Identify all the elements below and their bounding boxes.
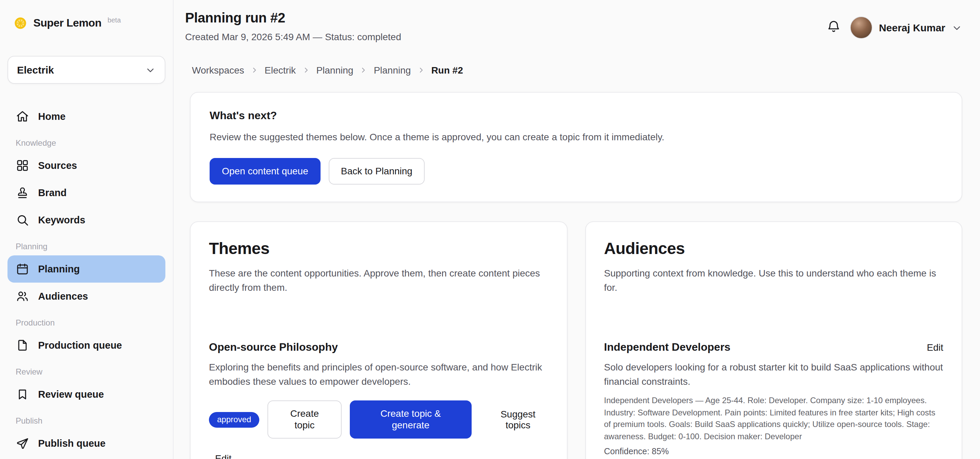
whats-next-card: What's next? Review the suggested themes… [190,92,962,202]
theme-description: Exploring the benefits and principles of… [209,360,548,389]
sidebar-section-review: Review [8,359,165,381]
sidebar-item-label: Brand [38,187,67,198]
audiences-description: Supporting context from knowledge. Use t… [604,266,943,295]
sidebar-item-planning[interactable]: Planning [8,255,165,283]
sidebar-item-label: Sources [38,160,77,171]
themes-description: These are the content opportunities. App… [209,266,548,295]
themes-title: Themes [209,239,548,258]
sidebar-section-production: Production [8,310,165,332]
sidebar-item-keywords[interactable]: Keywords [8,206,165,234]
suggest-topics-button[interactable]: Suggest topics [488,409,548,430]
chevron-down-icon [145,64,156,75]
whats-next-description: Review the suggested themes below. Once … [210,130,943,144]
themes-card: Themes These are the content opportuniti… [190,222,567,459]
sidebar-item-label: Review queue [38,389,104,400]
app-window: Super Lemon beta Electrik Home Knowledge [0,0,980,459]
sidebar-item-production-queue[interactable]: Production queue [8,332,165,359]
audience-header: Independent Developers Edit [604,341,943,354]
user-menu[interactable]: Neeraj Kumar [850,16,962,39]
chevron-right-icon [250,66,259,74]
app-logo: Super Lemon beta [8,15,165,35]
edit-audience-button[interactable]: Edit [927,342,943,353]
sidebar-item-label: Publish queue [38,438,105,449]
workspace-name: Electrik [17,64,54,76]
sidebar-nav: Home Knowledge Sources Brand Keywords [8,103,165,457]
create-topic-button[interactable]: Create topic [267,400,342,438]
sidebar-item-label: Production queue [38,340,122,351]
top-bar: Planning run #2 Created Mar 9, 2026 5:49… [173,0,980,42]
theme-edit-row: Edit [209,452,548,459]
audience-summary: Solo developers looking for a robust sta… [604,360,943,389]
breadcrumb: Workspaces Electrik Planning Planning Ru… [192,65,962,76]
chevron-right-icon [302,66,310,74]
sidebar-item-label: Home [38,111,66,122]
chevron-right-icon [417,66,425,74]
audiences-title: Audiences [604,239,943,258]
breadcrumb-item-workspaces[interactable]: Workspaces [192,65,244,76]
breadcrumb-current: Run #2 [431,65,463,76]
page-title: Planning run #2 [185,9,401,27]
sidebar-section-publish: Publish [8,408,165,430]
title-block: Planning run #2 Created Mar 9, 2026 5:49… [185,9,401,42]
breadcrumb-item-planning[interactable]: Planning [316,65,353,76]
sidebar-item-audiences[interactable]: Audiences [8,283,165,310]
top-bar-actions: Neeraj Kumar [827,13,962,42]
status-badge: approved [209,412,259,427]
theme-item: Open-source Philosophy Exploring the ben… [209,341,548,459]
sidebar-item-label: Planning [38,263,80,274]
audience-item: Independent Developers Edit Solo develop… [604,341,943,459]
theme-actions: approved Create topic Create topic & gen… [209,400,548,438]
sidebar-item-review-queue[interactable]: Review queue [8,381,165,408]
sidebar: Super Lemon beta Electrik Home Knowledge [0,0,173,459]
bell-icon [827,20,841,35]
file-icon [16,338,29,352]
sidebar-item-home[interactable]: Home [8,103,165,130]
create-topic-generate-button[interactable]: Create topic & generate [350,400,472,438]
sidebar-item-label: Keywords [38,215,86,225]
theme-title: Open-source Philosophy [209,341,548,354]
notifications-button[interactable] [827,20,841,35]
audiences-card: Audiences Supporting context from knowle… [585,222,962,459]
calendar-icon [16,262,29,276]
page-subtitle: Created Mar 9, 2026 5:49 AM — Status: co… [185,31,401,42]
sidebar-item-publish-queue[interactable]: Publish queue [8,430,165,457]
audience-details: Independent Developers — Age 25-44. Role… [604,395,943,443]
stamp-icon [16,186,29,199]
whats-next-actions: Open content queue Back to Planning [210,158,943,185]
edit-theme-button[interactable]: Edit [215,453,231,459]
bookmark-icon [16,387,29,401]
grid-icon [16,159,29,172]
main-content: Planning run #2 Created Mar 9, 2026 5:49… [173,0,980,459]
app-name: Super Lemon [33,15,102,31]
content-columns: Themes These are the content opportuniti… [190,222,962,459]
sidebar-section-knowledge: Knowledge [8,130,165,152]
search-icon [16,213,29,227]
audience-title: Independent Developers [604,341,730,354]
home-icon [16,110,29,123]
sidebar-item-brand[interactable]: Brand [8,179,165,206]
lemon-logo-icon [14,16,27,30]
whats-next-title: What's next? [210,110,943,122]
sidebar-item-sources[interactable]: Sources [8,152,165,179]
user-avatar [850,16,873,39]
open-content-queue-button[interactable]: Open content queue [210,158,321,185]
sidebar-section-planning: Planning [8,234,165,255]
workspace-selector[interactable]: Electrik [8,56,165,84]
breadcrumb-item-planning-2[interactable]: Planning [374,65,411,76]
chevron-down-icon [951,22,962,33]
breadcrumb-item-workspace[interactable]: Electrik [265,65,296,76]
sidebar-item-label: Audiences [38,291,88,302]
back-to-planning-button[interactable]: Back to Planning [329,158,425,185]
beta-badge: beta [108,16,121,25]
send-icon [16,437,29,450]
audience-confidence: Confidence: 85% [604,447,943,456]
users-icon [16,289,29,303]
chevron-right-icon [360,66,368,74]
user-name: Neeraj Kumar [879,22,945,33]
